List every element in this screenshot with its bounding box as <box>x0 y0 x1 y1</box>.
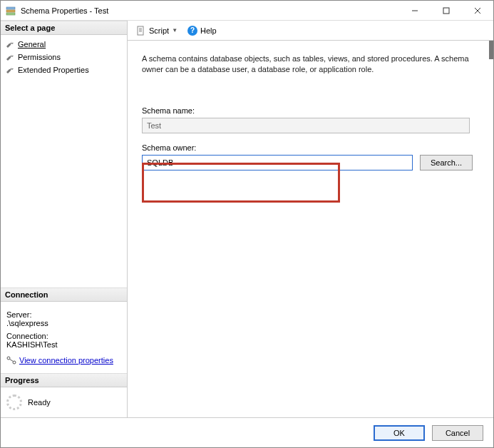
help-icon: ? <box>187 26 197 36</box>
page-label: Extended Properties <box>18 66 89 74</box>
wrench-icon <box>5 39 15 49</box>
dialog-footer: OK Cancel <box>1 417 493 447</box>
script-icon <box>136 26 146 36</box>
server-value: .\sqlexpress <box>6 319 121 327</box>
select-page-header: Select a page <box>1 21 127 35</box>
connection-value: KASHISH\Test <box>6 340 121 349</box>
search-button[interactable]: Search... <box>420 155 473 170</box>
svg-point-7 <box>7 357 10 360</box>
svg-rect-0 <box>6 7 15 9</box>
page-label: General <box>18 40 46 49</box>
chevron-down-icon: ▼ <box>172 27 177 34</box>
connection-icon <box>6 356 16 365</box>
connection-block: Server: .\sqlexpress Connection: KASHISH… <box>1 302 127 373</box>
page-label: Permissions <box>18 53 61 61</box>
close-button[interactable] <box>462 1 493 20</box>
script-button[interactable]: Script ▼ <box>133 24 180 37</box>
content-area: A schema contains database objects, such… <box>128 41 493 417</box>
progress-header: Progress <box>1 373 127 387</box>
page-item-extended-properties[interactable]: Extended Properties <box>2 63 125 76</box>
wrench-icon <box>5 65 15 75</box>
help-button[interactable]: ? Help <box>185 24 220 37</box>
view-connection-properties-link[interactable]: View connection properties <box>19 356 113 365</box>
page-list: General Permissions Extended Properties <box>1 35 127 79</box>
page-item-permissions[interactable]: Permissions <box>2 51 125 63</box>
app-icon <box>5 5 16 16</box>
script-label: Script <box>149 26 169 35</box>
schema-properties-dialog: Schema Properties - Test Select a page G… <box>0 0 494 448</box>
titlebar: Schema Properties - Test <box>1 1 493 21</box>
schema-owner-input[interactable] <box>142 155 413 170</box>
toolbar: Script ▼ ? Help <box>128 21 493 41</box>
window-title: Schema Properties - Test <box>21 6 399 15</box>
connection-header: Connection <box>1 287 127 302</box>
schema-name-input <box>142 118 470 133</box>
svg-rect-4 <box>443 8 449 14</box>
page-item-general[interactable]: General <box>2 38 125 51</box>
right-pane: Script ▼ ? Help A schema contains databa… <box>128 21 493 417</box>
svg-rect-1 <box>6 10 15 12</box>
maximize-button[interactable] <box>431 1 462 20</box>
wrench-icon <box>5 52 15 62</box>
svg-rect-10 <box>138 26 143 35</box>
ok-button[interactable]: OK <box>374 425 425 441</box>
schema-description: A schema contains database objects, such… <box>142 54 479 75</box>
minimize-button[interactable] <box>399 1 431 20</box>
svg-line-9 <box>10 360 14 362</box>
schema-name-label: Schema name: <box>142 106 479 115</box>
progress-state: Ready <box>28 398 51 407</box>
server-label: Server: <box>6 310 121 319</box>
svg-rect-2 <box>6 13 15 15</box>
svg-point-8 <box>13 361 16 364</box>
progress-block: Ready <box>1 387 127 417</box>
help-label: Help <box>200 26 217 35</box>
connection-label: Connection: <box>6 332 121 340</box>
spinner-icon <box>6 394 22 410</box>
left-pane: Select a page General Permissions <box>1 21 128 417</box>
cancel-button[interactable]: Cancel <box>432 425 483 441</box>
schema-owner-label: Schema owner: <box>142 143 479 152</box>
